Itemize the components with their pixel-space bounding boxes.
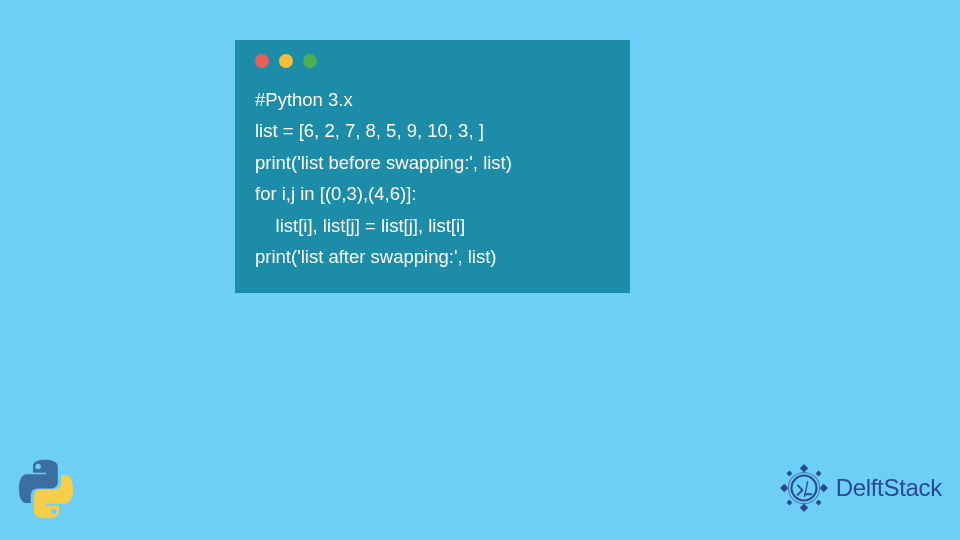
maximize-icon (303, 54, 317, 68)
python-logo-icon (15, 458, 77, 520)
brand-logo: DelftStack (778, 462, 942, 514)
minimize-icon (279, 54, 293, 68)
brand-name: DelftStack (836, 474, 942, 502)
window-controls (255, 54, 610, 68)
code-window: #Python 3.x list = [6, 2, 7, 8, 5, 9, 10… (235, 40, 630, 293)
close-icon (255, 54, 269, 68)
delftstack-icon (778, 462, 830, 514)
code-block: #Python 3.x list = [6, 2, 7, 8, 5, 9, 10… (255, 84, 610, 273)
svg-point-0 (791, 476, 816, 501)
svg-point-1 (788, 472, 819, 503)
